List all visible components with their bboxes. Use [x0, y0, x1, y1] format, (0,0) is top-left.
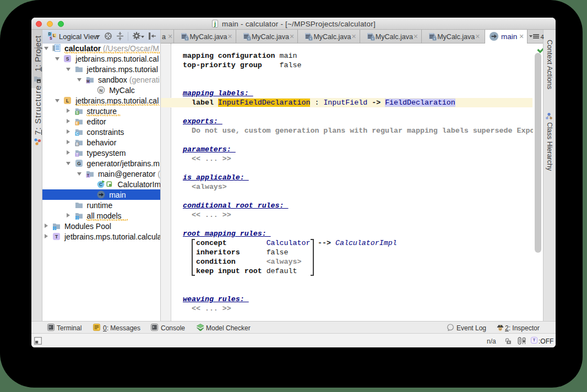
svg-text:S: S [75, 111, 78, 115]
svg-text:L: L [66, 98, 69, 104]
svg-text:G: G [77, 161, 81, 166]
svg-text:T: T [87, 173, 89, 177]
svg-text:M: M [86, 79, 89, 83]
svg-text:S: S [66, 56, 69, 62]
svg-text:B: B [75, 142, 78, 146]
svg-text:N: N [100, 88, 103, 93]
svg-text:T: T [76, 153, 78, 156]
svg-text:T: T [55, 234, 58, 239]
svg-text:E: E [75, 121, 78, 125]
svg-text:C: C [99, 182, 102, 187]
svg-text:C: C [75, 132, 78, 135]
